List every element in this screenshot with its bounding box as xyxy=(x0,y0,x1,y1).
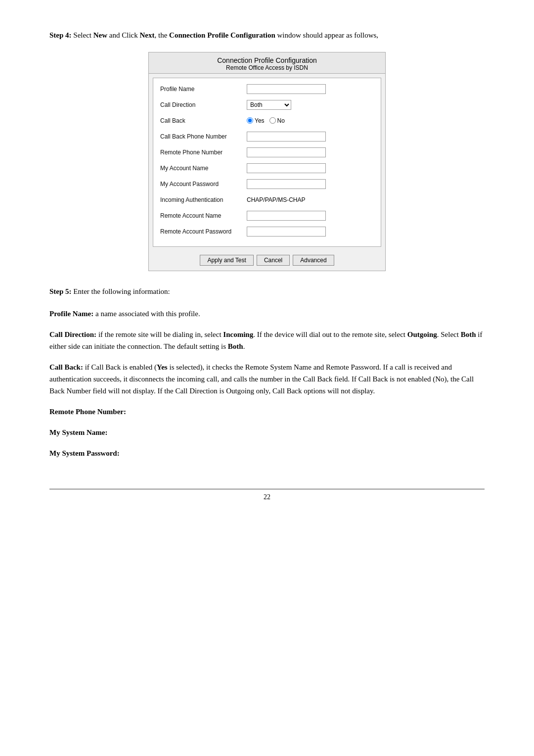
page-number: 22 xyxy=(264,493,270,501)
my-system-name-para: My System Name: xyxy=(49,426,485,438)
profile-name-field xyxy=(247,84,374,94)
call-direction-para-bold: Call Direction: xyxy=(49,331,96,338)
page-content: Step 4: Select New and Click Next, the C… xyxy=(49,30,485,501)
dialog-subtitle: Remote Office Access by ISDN xyxy=(151,64,383,71)
remote-phone-row: Remote Phone Number xyxy=(160,146,374,158)
call-back-field: Yes No xyxy=(247,117,374,124)
dialog-wrapper: Connection Profile Configuration Remote … xyxy=(49,52,485,271)
step4-new-bold: New xyxy=(93,31,107,39)
both-bold2: Both xyxy=(228,342,243,350)
step5-bold-label: Step 5: xyxy=(49,287,72,295)
remote-phone-field xyxy=(247,147,374,157)
dialog-form: Profile Name Call Direction Both Incomin… xyxy=(153,78,381,247)
account-name-input[interactable] xyxy=(247,163,326,173)
account-password-label: My Account Password xyxy=(160,181,247,188)
dialog-buttons: Apply and Test Cancel Advanced xyxy=(149,251,385,271)
remote-account-name-field xyxy=(247,211,374,221)
dialog-title: Connection Profile Configuration xyxy=(151,56,383,64)
my-system-password-para: My System Password: xyxy=(49,447,485,459)
step4-bold-label: Step 4: xyxy=(49,31,72,39)
incoming-bold: Incoming xyxy=(223,331,253,338)
remote-account-password-label: Remote Account Password xyxy=(160,228,247,235)
remote-account-password-row: Remote Account Password xyxy=(160,226,374,237)
account-name-row: My Account Name xyxy=(160,162,374,174)
account-password-input[interactable] xyxy=(247,179,326,189)
step4-config-bold: Connection Profile Configuration xyxy=(169,31,275,39)
call-direction-field: Both Incoming Outgoing xyxy=(247,100,374,110)
step4-paragraph: Step 4: Select New and Click Next, the C… xyxy=(49,30,485,41)
incoming-auth-row: Incoming Authentication CHAP/PAP/MS-CHAP xyxy=(160,194,374,206)
step4-text3: , the xyxy=(154,31,169,39)
call-direction-para: Call Direction: if the remote site will … xyxy=(49,329,485,352)
remote-account-password-input[interactable] xyxy=(247,227,326,236)
step5-body: Enter the following information: xyxy=(72,287,170,295)
incoming-auth-value: CHAP/PAP/MS-CHAP xyxy=(247,196,305,203)
call-back-no-radio[interactable] xyxy=(269,117,276,124)
call-back-yes-text: Yes xyxy=(255,117,265,124)
call-back-yes-radio[interactable] xyxy=(247,117,253,124)
my-system-name-bold: My System Name: xyxy=(49,428,107,436)
remote-phone-para-bold: Remote Phone Number: xyxy=(49,408,126,416)
call-direction-select[interactable]: Both Incoming Outgoing xyxy=(247,100,291,110)
call-back-label: Call Back xyxy=(160,117,247,124)
profile-name-para-bold: Profile Name: xyxy=(49,310,93,318)
page-footer: 22 xyxy=(49,489,485,501)
apply-and-test-button[interactable]: Apply and Test xyxy=(200,255,254,266)
remote-account-name-row: Remote Account Name xyxy=(160,210,374,222)
remote-account-name-input[interactable] xyxy=(247,211,326,221)
cancel-button[interactable]: Cancel xyxy=(257,255,290,266)
call-back-para: Call Back: if Call Back is enabled (Yes … xyxy=(49,361,485,397)
call-back-no-label[interactable]: No xyxy=(269,117,285,124)
call-direction-row: Call Direction Both Incoming Outgoing xyxy=(160,99,374,111)
account-password-field xyxy=(247,179,374,189)
incoming-auth-label: Incoming Authentication xyxy=(160,196,247,203)
callback-phone-field xyxy=(247,132,374,142)
call-back-para-bold: Call Back: xyxy=(49,363,83,371)
account-name-field xyxy=(247,163,374,173)
call-back-yes-label[interactable]: Yes xyxy=(247,117,265,124)
profile-name-para: Profile Name: a name associated with thi… xyxy=(49,308,485,320)
connection-profile-dialog: Connection Profile Configuration Remote … xyxy=(148,52,386,271)
dialog-title-area: Connection Profile Configuration Remote … xyxy=(149,52,385,74)
callbackphone-input[interactable] xyxy=(247,132,326,142)
call-direction-label: Call Direction xyxy=(160,101,247,108)
step4-next-bold: Next xyxy=(139,31,154,39)
step5-paragraph: Step 5: Enter the following information: xyxy=(49,286,485,297)
step4-text2: and Click xyxy=(107,31,139,39)
account-password-row: My Account Password xyxy=(160,178,374,190)
step4-text1: Select xyxy=(72,31,93,39)
callback-phone-label: Call Back Phone Number xyxy=(160,133,247,140)
profile-name-input[interactable] xyxy=(247,84,326,94)
remote-account-password-field xyxy=(247,227,374,236)
call-back-no-text: No xyxy=(277,117,285,124)
profile-name-row: Profile Name xyxy=(160,83,374,95)
remote-phone-para: Remote Phone Number: xyxy=(49,406,485,418)
advanced-button[interactable]: Advanced xyxy=(293,255,334,266)
remote-account-name-label: Remote Account Name xyxy=(160,212,247,219)
remote-phone-label: Remote Phone Number xyxy=(160,149,247,156)
yes-bold: Yes xyxy=(157,363,168,371)
account-name-label: My Account Name xyxy=(160,165,247,172)
remote-phone-input[interactable] xyxy=(247,147,326,157)
incoming-auth-field: CHAP/PAP/MS-CHAP xyxy=(247,195,374,204)
call-back-row: Call Back Yes No xyxy=(160,115,374,127)
outgoing-bold: Outgoing xyxy=(407,331,437,338)
callback-phone-row: Call Back Phone Number xyxy=(160,131,374,142)
profile-name-label: Profile Name xyxy=(160,86,247,93)
both-bold: Both xyxy=(461,331,476,338)
step4-suffix: window should appear as follows, xyxy=(275,31,378,39)
my-system-password-bold: My System Password: xyxy=(49,449,120,457)
